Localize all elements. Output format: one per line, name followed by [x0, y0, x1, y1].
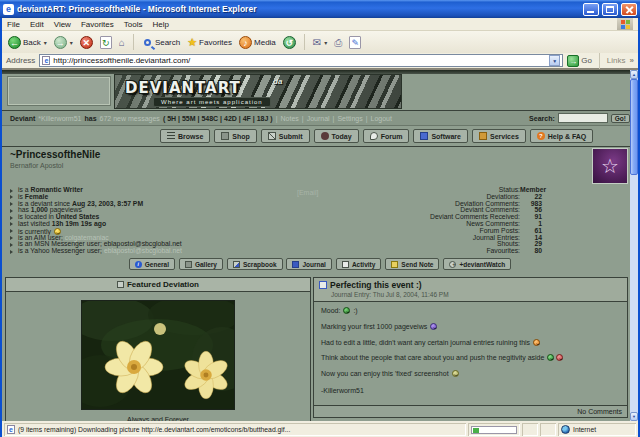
menu-help[interactable]: Help — [152, 20, 168, 29]
username-link[interactable]: *Killerworm51 — [38, 115, 81, 122]
journal-title-row: Perfecting this event :) — [319, 280, 622, 290]
tab-journal[interactable]: Journal — [286, 258, 331, 270]
pipe-separator: | — [366, 115, 368, 122]
nav-tab-submit[interactable]: Submit — [261, 129, 310, 143]
nav-tab-today[interactable]: Today — [314, 129, 359, 143]
menu-favorites[interactable]: Favorites — [81, 20, 114, 29]
journal-title: Perfecting this event :) — [330, 280, 422, 290]
menu-file[interactable]: File — [7, 20, 20, 29]
browse-icon — [167, 132, 175, 140]
media-button[interactable]: ♪ Media — [237, 35, 278, 50]
mail-button[interactable]: ✉ ▾ — [311, 35, 329, 50]
menu-edit[interactable]: Edit — [30, 20, 44, 29]
loading-page-icon: e — [7, 425, 15, 434]
profile-tab-bar: General Gallery Scrapbook Journal Activi… — [2, 255, 638, 277]
nav-tab-browse[interactable]: Browse — [160, 129, 210, 143]
toolbar-divider — [304, 34, 305, 50]
address-dropdown-icon[interactable]: ▼ — [549, 55, 560, 66]
detail-row: last visited 13h 19m 19s ago — [2, 221, 638, 228]
nav-tab-forum[interactable]: Forum — [363, 129, 410, 143]
history-button[interactable]: ↺ — [281, 35, 298, 50]
deviantart-banner[interactable]: DEVIANTART da Where art meets applicatio… — [114, 74, 402, 109]
address-url[interactable]: http://princessofthenile.deviantart.com/ — [53, 56, 190, 65]
home-icon: ⌂ — [119, 36, 125, 49]
settings-link[interactable]: Settings — [337, 115, 362, 122]
title-bar: e deviantART: PrincessoftheNile - Micros… — [0, 0, 640, 18]
forward-button[interactable]: → ▾ — [52, 35, 75, 50]
detail-row: is a deviant since Aug 23, 2003, 8:57 PM — [2, 201, 638, 208]
journal-paragraph: Now you can enjoy this 'fixed' screensho… — [321, 370, 620, 378]
go-button[interactable]: → Go — [567, 55, 592, 67]
logout-link[interactable]: Logout — [371, 115, 392, 122]
edit-button[interactable]: ✎ — [347, 35, 363, 50]
featured-deviation-image[interactable] — [81, 300, 235, 410]
close-button[interactable] — [621, 3, 637, 16]
vertical-scrollbar[interactable]: ▲ ▼ — [630, 70, 638, 421]
minimize-button[interactable] — [583, 3, 599, 16]
refresh-button[interactable]: ↻ — [98, 35, 114, 50]
banner-left-box — [8, 77, 110, 105]
featured-deviation-header: Featured Deviation — [6, 278, 310, 292]
nav-tab-help[interactable]: Help & FAQ — [530, 129, 594, 143]
mail-dropdown-icon[interactable]: ▾ — [324, 39, 327, 46]
scroll-down-icon[interactable]: ▼ — [630, 412, 638, 421]
tab-activity[interactable]: Activity — [336, 258, 381, 270]
avatar[interactable]: ☆ — [592, 148, 628, 184]
stat-row: Favourites:80 — [322, 248, 542, 255]
links-label[interactable]: Links — [607, 56, 626, 65]
toolbar-divider — [133, 34, 134, 50]
refresh-icon: ↻ — [100, 36, 112, 49]
menu-tools[interactable]: Tools — [124, 20, 143, 29]
has-label: has — [84, 115, 96, 122]
back-button[interactable]: ← Back ▾ — [6, 35, 49, 50]
links-chevron-icon[interactable]: » — [630, 56, 634, 65]
journal-link[interactable]: Journal — [307, 115, 330, 122]
address-input[interactable]: e http://princessofthenile.deviantart.co… — [39, 54, 563, 67]
stop-button[interactable]: ✕ — [78, 35, 95, 50]
detail-row-yahoo: is a Yahoo Messenger user; eblapostol@sb… — [2, 248, 638, 255]
today-icon — [321, 132, 329, 140]
maximize-button[interactable] — [602, 3, 618, 16]
window-title: deviantART: PrincessoftheNile - Microsof… — [17, 4, 580, 14]
forward-dropdown-icon[interactable]: ▾ — [70, 39, 73, 46]
status-bar: e (9 items remaining) Downloading pictur… — [2, 421, 638, 437]
back-dropdown-icon[interactable]: ▾ — [44, 39, 47, 46]
home-button[interactable]: ⌂ — [117, 35, 127, 50]
devil-emoticon — [556, 354, 563, 361]
site-search: Search: Go! — [529, 113, 630, 123]
tab-general[interactable]: General — [129, 258, 175, 270]
internet-globe-icon — [561, 425, 570, 434]
message-breakdown: ( 5H | 55M | 548C | 42D | 4F | 18J ) — [163, 115, 273, 122]
tab-deviantwatch[interactable]: +deviantWatch — [443, 258, 511, 270]
nav-tab-software[interactable]: Software — [413, 129, 468, 143]
menu-view[interactable]: View — [54, 20, 71, 29]
profile-header: ~PrincessoftheNile Bernaflor Apostol ☆ — [2, 147, 638, 187]
mail-icon: ✉ — [313, 36, 321, 49]
address-bar: Address e http://princessofthenile.devia… — [2, 53, 638, 70]
gallery-icon — [185, 261, 192, 268]
no-comments-link[interactable]: No Comments — [577, 408, 622, 415]
notes-link[interactable]: Notes — [281, 115, 299, 122]
new-messages-link[interactable]: 672 new messages — [100, 115, 160, 122]
search-button[interactable]: Search — [140, 36, 182, 49]
tab-send-note[interactable]: Send Note — [385, 258, 439, 270]
tab-scrapbook[interactable]: Scrapbook — [227, 258, 283, 270]
nav-tab-shop[interactable]: Shop — [214, 129, 257, 143]
site-search-go-button[interactable]: Go! — [611, 114, 630, 123]
forward-icon: → — [54, 36, 67, 49]
scrollbar-thumb[interactable] — [630, 79, 638, 175]
tab-gallery[interactable]: Gallery — [179, 258, 223, 270]
site-search-input[interactable] — [558, 113, 608, 123]
scroll-up-icon[interactable]: ▲ — [630, 70, 638, 79]
go-arrow-icon: → — [567, 55, 579, 67]
nav-tab-services[interactable]: Services — [472, 129, 526, 143]
status-message-cell: e (9 items remaining) Downloading pictur… — [4, 423, 466, 436]
yahoo-link[interactable]: eblapostol@sbcglobal.net — [104, 247, 182, 254]
email-link[interactable]: [Email] — [297, 189, 318, 196]
status-spacer-cell — [522, 423, 538, 436]
history-icon: ↺ — [283, 36, 296, 49]
deviant-label: Deviant — [10, 115, 35, 122]
print-button[interactable]: ⎙ — [332, 35, 344, 50]
favorites-button[interactable]: ★ Favorites — [185, 35, 234, 50]
thumbs-up-emoticon — [547, 354, 554, 361]
